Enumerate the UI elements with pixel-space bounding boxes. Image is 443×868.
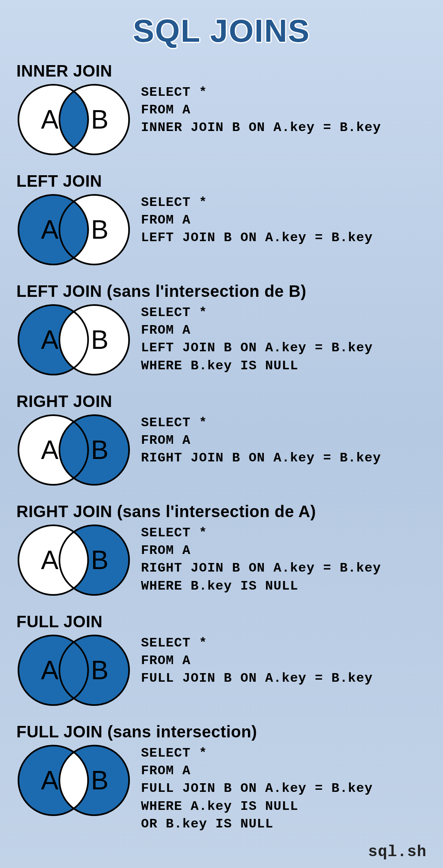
- sql-code: SELECT * FROM A FULL JOIN B ON A.key = B…: [141, 744, 373, 833]
- venn-label-b: B: [91, 325, 109, 355]
- section-row: A B SELECT * FROM A RIGHT JOIN B ON A.ke…: [16, 413, 427, 487]
- sql-code: SELECT * FROM A LEFT JOIN B ON A.key = B…: [141, 303, 373, 375]
- venn-label-b: B: [91, 766, 109, 795]
- sql-code: SELECT * FROM A RIGHT JOIN B ON A.key = …: [141, 413, 381, 467]
- footer-credit: sql.sh: [368, 843, 427, 861]
- page-title: SQL JOINS: [16, 12, 427, 50]
- venn-container: A B: [16, 303, 131, 377]
- venn-label-b: B: [91, 105, 109, 134]
- join-section-right-null: RIGHT JOIN (sans l'intersection de A) A …: [16, 502, 427, 597]
- section-row: A B SELECT * FROM A RIGHT JOIN B ON A.ke…: [16, 523, 427, 597]
- venn-label-a: A: [41, 545, 59, 575]
- section-title: LEFT JOIN (sans l'intersection de B): [16, 282, 427, 301]
- section-title: RIGHT JOIN (sans l'intersection de A): [16, 502, 427, 521]
- join-section-left: LEFT JOIN A B SELECT * FROM A LEFT JOIN …: [16, 172, 427, 267]
- section-row: A B SELECT * FROM A INNER JOIN B ON A.ke…: [16, 83, 427, 156]
- sql-code: SELECT * FROM A LEFT JOIN B ON A.key = B…: [141, 193, 373, 247]
- venn-label-a: A: [41, 656, 59, 685]
- venn-diagram: A B: [16, 303, 131, 377]
- section-row: A B SELECT * FROM A FULL JOIN B ON A.key…: [16, 633, 427, 707]
- venn-label-a: A: [41, 105, 59, 134]
- venn-diagram: A B: [16, 413, 131, 487]
- join-section-right: RIGHT JOIN A B SELECT * FROM A RIGHT JOI…: [16, 392, 427, 487]
- venn-container: A B: [16, 413, 131, 487]
- venn-container: A B: [16, 744, 131, 817]
- section-title: RIGHT JOIN: [16, 392, 427, 411]
- venn-diagram: A B: [16, 83, 131, 156]
- join-section-full: FULL JOIN A B SELECT * FROM A FULL JOIN …: [16, 613, 427, 707]
- venn-container: A B: [16, 633, 131, 707]
- venn-label-a: A: [41, 325, 59, 355]
- sql-code: SELECT * FROM A RIGHT JOIN B ON A.key = …: [141, 523, 381, 595]
- section-title: FULL JOIN: [16, 613, 427, 631]
- join-section-inner: INNER JOIN A B SELECT * FROM A INNER JOI…: [16, 62, 427, 156]
- venn-container: A B: [16, 83, 131, 156]
- venn-container: A B: [16, 523, 131, 597]
- venn-label-a: A: [41, 766, 59, 795]
- venn-diagram: A B: [16, 744, 131, 817]
- join-section-full-null: FULL JOIN (sans intersection) A B SELECT…: [16, 723, 427, 833]
- venn-label-b: B: [91, 215, 109, 244]
- section-title: FULL JOIN (sans intersection): [16, 723, 427, 741]
- venn-label-b: B: [91, 656, 109, 685]
- venn-label-a: A: [41, 435, 59, 465]
- section-row: A B SELECT * FROM A LEFT JOIN B ON A.key…: [16, 303, 427, 377]
- venn-diagram: A B: [16, 523, 131, 597]
- sql-code: SELECT * FROM A INNER JOIN B ON A.key = …: [141, 83, 381, 137]
- section-title: INNER JOIN: [16, 62, 427, 80]
- section-title: LEFT JOIN: [16, 172, 427, 190]
- section-row: A B SELECT * FROM A FULL JOIN B ON A.key…: [16, 744, 427, 833]
- venn-diagram: A B: [16, 193, 131, 267]
- section-row: A B SELECT * FROM A LEFT JOIN B ON A.key…: [16, 193, 427, 267]
- join-section-left-null: LEFT JOIN (sans l'intersection de B) A B…: [16, 282, 427, 377]
- venn-label-b: B: [91, 545, 109, 575]
- venn-label-a: A: [41, 215, 59, 244]
- venn-container: A B: [16, 193, 131, 267]
- sql-code: SELECT * FROM A FULL JOIN B ON A.key = B…: [141, 633, 373, 687]
- venn-diagram: A B: [16, 633, 131, 707]
- venn-label-b: B: [91, 435, 109, 465]
